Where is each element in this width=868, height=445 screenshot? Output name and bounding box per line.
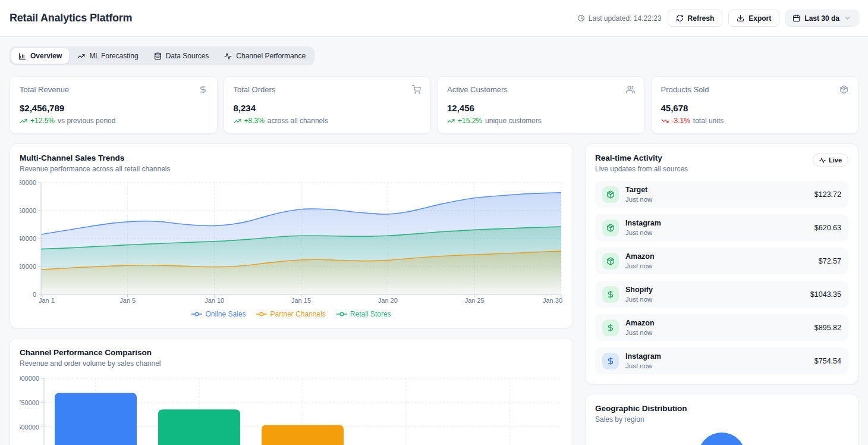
kpi-delta-label: unique customers bbox=[485, 117, 542, 125]
svg-text:Jan 30: Jan 30 bbox=[543, 297, 562, 304]
activity-subtitle: Live updates from all sources bbox=[595, 165, 688, 173]
svg-text:Jan 1: Jan 1 bbox=[39, 297, 55, 304]
date-range-value: Last 30 da bbox=[804, 15, 839, 22]
refresh-button[interactable]: Refresh bbox=[668, 10, 723, 27]
kpi-value: 8,234 bbox=[234, 103, 422, 113]
retail-analytics-dashboard: Retail Analytics Platform Last updated: … bbox=[0, 0, 868, 445]
app-header: Retail Analytics Platform Last updated: … bbox=[0, 0, 868, 37]
last-updated-text: Last updated: 14:22:23 bbox=[589, 14, 662, 23]
calendar-icon bbox=[792, 14, 800, 22]
svg-text:80000: 80000 bbox=[20, 179, 36, 186]
dashboard-content: OverviewML ForecastingData SourcesChanne… bbox=[0, 37, 868, 445]
channel-comparison-subtitle: Revenue and order volume by sales channe… bbox=[20, 359, 563, 368]
tab-bar: OverviewML ForecastingData SourcesChanne… bbox=[10, 46, 315, 65]
dollar-icon bbox=[602, 319, 619, 336]
activity-icon bbox=[819, 157, 826, 164]
package-icon bbox=[602, 220, 619, 236]
activity-source: Instagram bbox=[625, 352, 661, 361]
legend-label: Retail Stores bbox=[350, 310, 391, 318]
activity-row: InstagramJust now$754.54 bbox=[595, 347, 848, 374]
activity-row: AmazonJust now$895.82 bbox=[595, 314, 848, 341]
activity-time: Just now bbox=[625, 196, 652, 203]
package-icon bbox=[839, 85, 848, 94]
trending-up-icon bbox=[234, 117, 241, 125]
svg-text:Jan 25: Jan 25 bbox=[465, 297, 485, 304]
activity-title: Real-time Activity bbox=[595, 153, 688, 162]
geo-pie-slice bbox=[698, 433, 746, 445]
tab-data-sources[interactable]: Data Sources bbox=[147, 48, 216, 64]
activity-row: InstagramJust now$620.63 bbox=[595, 214, 848, 241]
sales-trends-legend: Online SalesPartner ChannelsRetail Store… bbox=[20, 310, 563, 318]
dollar-icon bbox=[602, 286, 619, 303]
tab-label: ML Forecasting bbox=[89, 52, 138, 60]
sales-trends-card: Multi-Channel Sales Trends Revenue perfo… bbox=[10, 143, 573, 328]
geo-title: Geographic Distribution bbox=[595, 404, 848, 413]
kpi-row: Total Revenue$2,456,789+12.5%vs previous… bbox=[10, 76, 858, 134]
activity-time: Just now bbox=[625, 229, 661, 236]
activity-row: ShopifyJust now$1043.35 bbox=[595, 281, 848, 308]
tab-overview[interactable]: Overview bbox=[11, 48, 69, 64]
activity-amount: $1043.35 bbox=[810, 290, 841, 299]
activity-source: Amazon bbox=[625, 319, 655, 327]
activity-amount: $123.72 bbox=[814, 190, 841, 199]
refresh-label: Refresh bbox=[688, 15, 715, 22]
legend-item-retail-stores[interactable]: Retail Stores bbox=[336, 310, 391, 318]
package-icon bbox=[602, 253, 619, 269]
geographic-distribution-card: Geographic Distribution Sales by region bbox=[585, 394, 858, 445]
legend-item-partner-channels[interactable]: Partner Channels bbox=[256, 310, 325, 318]
svg-text:Jan 15: Jan 15 bbox=[291, 297, 311, 304]
tab-label: Channel Performance bbox=[236, 52, 306, 60]
kpi-delta: +8.3% bbox=[244, 117, 265, 125]
activity-time: Just now bbox=[625, 329, 655, 336]
export-label: Export bbox=[749, 15, 771, 22]
activity-source: Instagram bbox=[625, 219, 661, 227]
kpi-title: Active Customers bbox=[447, 85, 508, 94]
kpi-card-products-sold: Products Sold45,678-3.1%total units bbox=[651, 76, 859, 134]
legend-marker-icon bbox=[336, 311, 347, 317]
geo-subtitle: Sales by region bbox=[595, 415, 848, 424]
kpi-title: Products Sold bbox=[661, 85, 709, 94]
svg-text:Jan 10: Jan 10 bbox=[205, 297, 224, 304]
kpi-delta: +15.2% bbox=[458, 117, 482, 125]
activity-row: TargetJust now$123.72 bbox=[595, 181, 848, 208]
dollar-icon bbox=[199, 85, 207, 94]
svg-text:40000: 40000 bbox=[20, 235, 36, 242]
tab-label: Data Sources bbox=[166, 52, 209, 60]
chevron-down-icon bbox=[844, 14, 851, 22]
activity-amount: $620.63 bbox=[814, 224, 841, 232]
package-icon bbox=[602, 186, 619, 203]
geo-pie-chart bbox=[595, 433, 848, 445]
download-icon bbox=[737, 14, 744, 22]
kpi-title: Total Revenue bbox=[20, 85, 69, 94]
refresh-icon bbox=[676, 14, 684, 22]
tab-channel-performance[interactable]: Channel Performance bbox=[217, 48, 313, 64]
kpi-card-total-revenue: Total Revenue$2,456,789+12.5%vs previous… bbox=[10, 76, 218, 134]
sales-trends-subtitle: Revenue performance across all retail ch… bbox=[20, 165, 563, 173]
trending-down-icon bbox=[661, 117, 669, 125]
activity-icon bbox=[224, 52, 232, 60]
dollar-icon bbox=[602, 353, 619, 369]
bar-chart-icon bbox=[18, 52, 26, 60]
tab-ml-forecasting[interactable]: ML Forecasting bbox=[70, 48, 145, 64]
page-title: Retail Analytics Platform bbox=[10, 12, 132, 24]
channel-comparison-title: Channel Performance Comparison bbox=[20, 348, 563, 357]
svg-text:20000: 20000 bbox=[20, 263, 36, 270]
kpi-value: $2,456,789 bbox=[20, 103, 207, 113]
kpi-value: 12,456 bbox=[447, 103, 635, 113]
legend-marker-icon bbox=[256, 311, 267, 317]
date-range-select[interactable]: Last 30 da bbox=[785, 10, 858, 27]
svg-text:60000: 60000 bbox=[20, 207, 36, 214]
export-button[interactable]: Export bbox=[728, 10, 779, 27]
trending-up-icon bbox=[447, 117, 455, 125]
kpi-value: 45,678 bbox=[661, 103, 849, 113]
kpi-title: Total Orders bbox=[234, 85, 276, 94]
header-actions: Last updated: 14:22:23 Refresh Export La… bbox=[577, 10, 858, 27]
activity-amount: $72.57 bbox=[819, 257, 841, 265]
activity-source: Shopify bbox=[625, 286, 653, 294]
kpi-delta-label: vs previous period bbox=[58, 117, 115, 125]
kpi-delta-label: across all channels bbox=[268, 117, 328, 125]
sales-trends-chart: 020000400006000080000Jan 1Jan 5Jan 10Jan… bbox=[20, 179, 563, 306]
legend-item-online-sales[interactable]: Online Sales bbox=[191, 310, 246, 318]
activity-time: Just now bbox=[625, 262, 655, 269]
kpi-delta: -3.1% bbox=[672, 117, 690, 125]
